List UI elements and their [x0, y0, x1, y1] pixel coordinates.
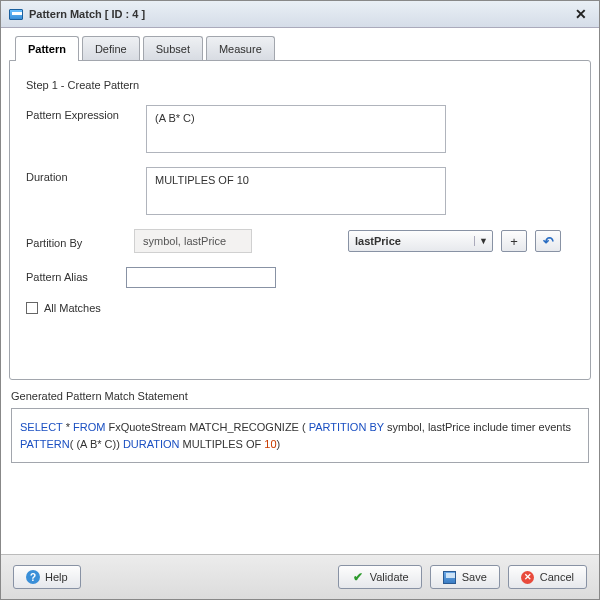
plus-icon: + — [510, 234, 518, 249]
partition-by-display: symbol, lastPrice — [134, 229, 252, 253]
generated-section: Generated Pattern Match Statement SELECT… — [1, 384, 599, 473]
titlebar: Pattern Match [ ID : 4 ] ✕ — [1, 1, 599, 28]
label-all-matches: All Matches — [44, 302, 101, 314]
help-button[interactable]: ? Help — [13, 565, 81, 589]
tab-area: Pattern Define Subset Measure Step 1 - C… — [1, 28, 599, 384]
label-generated: Generated Pattern Match Statement — [11, 390, 589, 402]
undo-partition-button[interactable]: ↶ — [535, 230, 561, 252]
validate-button[interactable]: ✔ Validate — [338, 565, 422, 589]
save-button-label: Save — [462, 571, 487, 583]
app-icon — [9, 9, 23, 20]
label-duration: Duration — [26, 167, 146, 183]
row-partition-by: Partition By symbol, lastPrice lastPrice… — [26, 229, 574, 253]
label-pattern-expression: Pattern Expression — [26, 105, 146, 121]
save-button[interactable]: Save — [430, 565, 500, 589]
pattern-alias-input[interactable] — [126, 267, 276, 288]
help-icon: ? — [26, 570, 40, 584]
tab-subset[interactable]: Subset — [143, 36, 203, 61]
dialog-title: Pattern Match [ ID : 4 ] — [29, 8, 565, 20]
close-icon[interactable]: ✕ — [571, 6, 591, 22]
label-pattern-alias: Pattern Alias — [26, 267, 126, 283]
tab-define[interactable]: Define — [82, 36, 140, 61]
add-partition-button[interactable]: + — [501, 230, 527, 252]
row-all-matches: All Matches — [26, 302, 574, 314]
duration-input[interactable]: MULTIPLES OF 10 — [146, 167, 446, 215]
all-matches-checkbox[interactable] — [26, 302, 38, 314]
undo-icon: ↶ — [543, 234, 554, 249]
button-bar: ? Help ✔ Validate Save ✕ Cancel — [1, 554, 599, 599]
chevron-down-icon: ▼ — [474, 236, 492, 246]
step-label: Step 1 - Create Pattern — [26, 79, 574, 91]
row-pattern-alias: Pattern Alias — [26, 267, 574, 288]
tab-panel-pattern: Step 1 - Create Pattern Pattern Expressi… — [9, 60, 591, 380]
row-pattern-expression: Pattern Expression (A B* C) — [26, 105, 574, 153]
pattern-expression-input[interactable]: (A B* C) — [146, 105, 446, 153]
help-button-label: Help — [45, 571, 68, 583]
partition-dropdown[interactable]: lastPrice ▼ — [348, 230, 493, 252]
cancel-icon: ✕ — [521, 571, 534, 584]
save-icon — [443, 571, 456, 584]
tab-measure[interactable]: Measure — [206, 36, 275, 61]
tab-strip: Pattern Define Subset Measure — [15, 36, 591, 61]
cancel-button-label: Cancel — [540, 571, 574, 583]
label-partition-by: Partition By — [26, 233, 126, 249]
pattern-match-dialog: Pattern Match [ ID : 4 ] ✕ Pattern Defin… — [0, 0, 600, 600]
tab-pattern[interactable]: Pattern — [15, 36, 79, 61]
check-icon: ✔ — [351, 570, 365, 584]
cancel-button[interactable]: ✕ Cancel — [508, 565, 587, 589]
generated-statement: SELECT * FROM FxQuoteStream MATCH_RECOGN… — [11, 408, 589, 463]
row-duration: Duration MULTIPLES OF 10 — [26, 167, 574, 215]
validate-button-label: Validate — [370, 571, 409, 583]
partition-dropdown-value: lastPrice — [349, 235, 474, 247]
